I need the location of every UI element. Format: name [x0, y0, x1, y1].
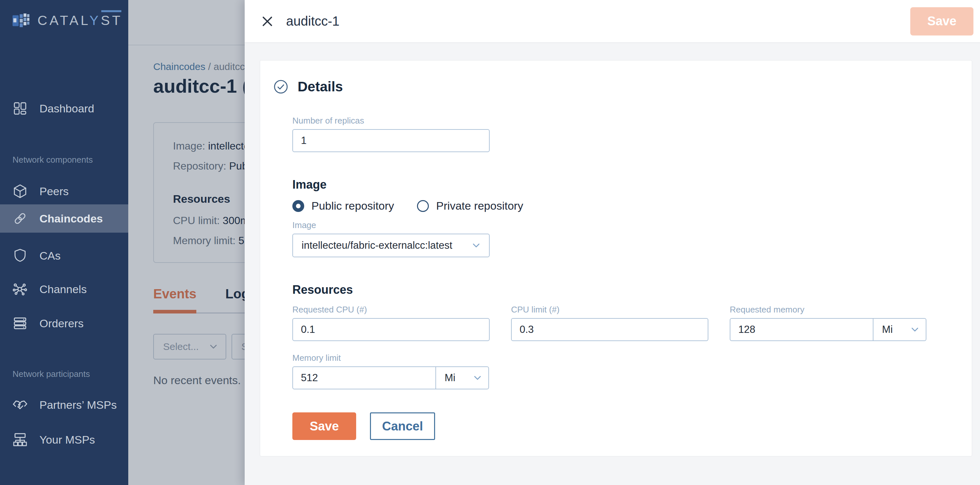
image-select-value: intellecteu/fabric-externalcc:latest: [302, 239, 452, 251]
logo-wordmark: CATALYST: [38, 13, 123, 28]
memory-limit-unit-select[interactable]: Mi: [436, 366, 489, 389]
save-button[interactable]: Save: [292, 412, 356, 440]
requested-memory-input[interactable]: [730, 318, 873, 341]
sidebar-item-label: Peers: [40, 185, 69, 198]
network-hub-icon: [13, 282, 28, 297]
requested-memory-unit-value: Mi: [882, 324, 893, 336]
resources-grid: Requested CPU (#) CPU limit (#) Requeste…: [292, 304, 972, 341]
requested-cpu-input[interactable]: [292, 318, 490, 341]
sidebar-item-cas[interactable]: CAs: [0, 242, 128, 269]
cancel-button[interactable]: Cancel: [370, 412, 435, 440]
sidebar-item-partners-msps[interactable]: Partners’ MSPs: [0, 391, 128, 418]
server-stack-icon: [13, 316, 28, 331]
requested-memory-unit-select[interactable]: Mi: [873, 318, 926, 341]
image-select[interactable]: intellecteu/fabric-externalcc:latest: [292, 234, 490, 257]
requested-cpu-field: Requested CPU (#): [292, 304, 490, 341]
sidebar-item-peers[interactable]: Peers: [0, 178, 128, 204]
memory-limit-label: Memory limit: [292, 353, 972, 363]
grid-icon: [13, 101, 28, 116]
public-repository-label: Public repository: [312, 200, 394, 212]
private-repository-option[interactable]: Private repository: [417, 200, 523, 212]
image-section-heading: Image: [292, 178, 972, 192]
sidebar-item-your-msps[interactable]: Your MSPs: [0, 426, 128, 453]
sidebar-item-channels[interactable]: Channels: [0, 276, 128, 302]
sidebar-item-label: Chaincodes: [40, 212, 103, 225]
sidebar-item-chaincodes[interactable]: Chaincodes: [0, 204, 128, 233]
sidebar: CATALYST Dashboard Network components Pe…: [0, 0, 128, 485]
sidebar-item-label: Channels: [40, 283, 87, 296]
sidebar-item-label: Your MSPs: [40, 433, 95, 446]
org-chart-icon: [13, 432, 28, 447]
requested-memory-group: Mi: [730, 318, 927, 341]
image-select-label: Image: [292, 220, 972, 230]
radio-unselected-icon[interactable]: [417, 200, 429, 212]
chevron-down-icon: [471, 240, 482, 251]
private-repository-label: Private repository: [436, 200, 523, 212]
requested-memory-field: Requested memory Mi: [730, 304, 927, 341]
cube-icon: [13, 184, 28, 199]
shield-icon: [13, 248, 28, 263]
memory-limit-field: Memory limit Mi: [292, 353, 972, 389]
check-circle-icon: [273, 79, 288, 94]
cpu-limit-label: CPU limit (#): [511, 304, 708, 315]
drawer-title: auditcc-1: [286, 14, 339, 29]
memory-limit-unit-value: Mi: [445, 372, 455, 384]
chevron-down-icon: [909, 324, 921, 335]
requested-memory-label: Requested memory: [730, 304, 927, 315]
chain-link-icon: [13, 211, 28, 226]
catalyst-cube-icon: [11, 11, 32, 30]
sidebar-section-network-components: Network components: [0, 154, 128, 165]
sidebar-item-dashboard[interactable]: Dashboard: [0, 95, 128, 122]
chaincode-edit-drawer: auditcc-1 Save Details Number of replica…: [245, 0, 980, 485]
drawer-form-card: Details Number of replicas Image Public …: [260, 60, 972, 456]
sidebar-section-network-participants: Network participants: [0, 369, 128, 379]
public-repository-option[interactable]: Public repository: [292, 200, 394, 212]
replicas-input[interactable]: [292, 129, 490, 152]
cpu-limit-input[interactable]: [511, 318, 708, 341]
memory-limit-group: Mi: [292, 366, 490, 389]
resources-section-heading: Resources: [292, 283, 972, 297]
chevron-down-icon: [472, 372, 483, 384]
cpu-limit-field: CPU limit (#): [511, 304, 708, 341]
app-logo[interactable]: CATALYST: [0, 0, 128, 30]
repository-radio-group: Public repository Private repository: [292, 200, 972, 212]
sidebar-item-label: CAs: [40, 249, 60, 262]
details-section-header: Details: [273, 79, 972, 95]
sidebar-item-label: Partners’ MSPs: [40, 399, 117, 411]
close-icon[interactable]: [260, 14, 275, 29]
memory-limit-input[interactable]: [292, 366, 436, 389]
radio-selected-icon[interactable]: [292, 200, 304, 212]
drawer-header: auditcc-1 Save: [245, 0, 980, 43]
replicas-label: Number of replicas: [292, 116, 972, 126]
handshake-icon: [13, 397, 28, 412]
form-actions: Save Cancel: [292, 412, 972, 440]
sidebar-item-label: Orderers: [40, 317, 84, 330]
header-save-button[interactable]: Save: [910, 7, 974, 35]
details-heading: Details: [298, 79, 343, 95]
sidebar-item-orderers[interactable]: Orderers: [0, 310, 128, 336]
requested-cpu-label: Requested CPU (#): [292, 304, 490, 315]
sidebar-item-label: Dashboard: [40, 102, 94, 115]
